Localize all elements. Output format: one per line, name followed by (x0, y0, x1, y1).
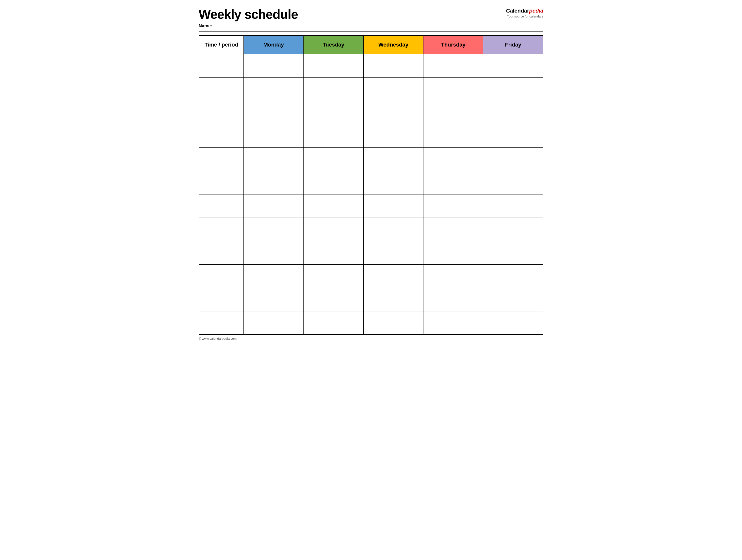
schedule-cell[interactable] (304, 241, 363, 264)
schedule-cell[interactable] (363, 124, 423, 148)
schedule-cell[interactable] (363, 101, 423, 124)
table-row (199, 311, 543, 335)
schedule-cell[interactable] (304, 218, 363, 241)
schedule-cell[interactable] (423, 54, 483, 77)
time-cell[interactable] (199, 194, 244, 218)
schedule-cell[interactable] (483, 311, 543, 335)
schedule-cell[interactable] (363, 218, 423, 241)
schedule-cell[interactable] (363, 77, 423, 101)
schedule-cell[interactable] (483, 288, 543, 311)
schedule-cell[interactable] (304, 288, 363, 311)
schedule-cell[interactable] (423, 148, 483, 171)
col-header-thursday: Thursday (423, 36, 483, 54)
schedule-cell[interactable] (423, 77, 483, 101)
table-row (199, 218, 543, 241)
page-title: Weekly schedule (199, 7, 298, 21)
schedule-cell[interactable] (363, 241, 423, 264)
col-header-monday: Monday (244, 36, 304, 54)
schedule-cell[interactable] (304, 311, 363, 335)
table-row (199, 77, 543, 101)
schedule-cell[interactable] (244, 124, 304, 148)
schedule-cell[interactable] (244, 101, 304, 124)
page-container: Weekly schedule Name: Calendarpedia Your… (199, 7, 543, 340)
schedule-cell[interactable] (244, 77, 304, 101)
logo-italic: pedia (529, 8, 543, 14)
schedule-cell[interactable] (423, 264, 483, 288)
schedule-cell[interactable] (244, 218, 304, 241)
header-row: Time / period Monday Tuesday Wednesday T… (199, 36, 543, 54)
table-row (199, 264, 543, 288)
schedule-cell[interactable] (483, 218, 543, 241)
schedule-cell[interactable] (304, 54, 363, 77)
col-header-friday: Friday (483, 36, 543, 54)
time-cell[interactable] (199, 101, 244, 124)
table-row (199, 171, 543, 194)
schedule-cell[interactable] (363, 171, 423, 194)
schedule-cell[interactable] (483, 241, 543, 264)
schedule-cell[interactable] (304, 101, 363, 124)
schedule-cell[interactable] (363, 311, 423, 335)
time-cell[interactable] (199, 148, 244, 171)
schedule-cell[interactable] (244, 264, 304, 288)
schedule-cell[interactable] (483, 264, 543, 288)
schedule-cell[interactable] (244, 241, 304, 264)
schedule-cell[interactable] (363, 54, 423, 77)
schedule-cell[interactable] (423, 194, 483, 218)
name-label: Name: (199, 23, 298, 29)
schedule-cell[interactable] (423, 311, 483, 335)
schedule-cell[interactable] (483, 124, 543, 148)
header-divider (199, 31, 543, 32)
schedule-cell[interactable] (244, 288, 304, 311)
schedule-cell[interactable] (483, 77, 543, 101)
logo-tagline: Your source for calendars (506, 14, 543, 19)
schedule-cell[interactable] (423, 171, 483, 194)
schedule-cell[interactable] (304, 148, 363, 171)
table-row (199, 54, 543, 77)
table-row (199, 148, 543, 171)
schedule-cell[interactable] (363, 194, 423, 218)
schedule-cell[interactable] (304, 194, 363, 218)
schedule-cell[interactable] (483, 194, 543, 218)
schedule-cell[interactable] (363, 264, 423, 288)
time-cell[interactable] (199, 288, 244, 311)
schedule-cell[interactable] (304, 264, 363, 288)
schedule-cell[interactable] (304, 124, 363, 148)
header-section: Weekly schedule Name: Calendarpedia Your… (199, 7, 543, 29)
time-cell[interactable] (199, 171, 244, 194)
time-cell[interactable] (199, 54, 244, 77)
time-cell[interactable] (199, 241, 244, 264)
schedule-cell[interactable] (244, 194, 304, 218)
time-cell[interactable] (199, 77, 244, 101)
schedule-cell[interactable] (244, 311, 304, 335)
footer-text: © www.calendarpedia.com (199, 337, 543, 340)
time-cell[interactable] (199, 124, 244, 148)
schedule-cell[interactable] (483, 101, 543, 124)
schedule-cell[interactable] (423, 241, 483, 264)
table-row (199, 124, 543, 148)
schedule-cell[interactable] (244, 54, 304, 77)
schedule-cell[interactable] (483, 54, 543, 77)
schedule-cell[interactable] (483, 171, 543, 194)
table-row (199, 288, 543, 311)
title-area: Weekly schedule Name: (199, 7, 298, 29)
schedule-cell[interactable] (423, 218, 483, 241)
table-row (199, 101, 543, 124)
col-header-time: Time / period (199, 36, 244, 54)
schedule-cell[interactable] (304, 77, 363, 101)
col-header-wednesday: Wednesday (363, 36, 423, 54)
time-cell[interactable] (199, 311, 244, 335)
schedule-cell[interactable] (423, 124, 483, 148)
schedule-cell[interactable] (363, 148, 423, 171)
logo-text: Calendarpedia (506, 7, 543, 14)
table-row (199, 194, 543, 218)
schedule-cell[interactable] (244, 148, 304, 171)
schedule-cell[interactable] (304, 171, 363, 194)
col-header-tuesday: Tuesday (304, 36, 363, 54)
time-cell[interactable] (199, 264, 244, 288)
schedule-cell[interactable] (363, 288, 423, 311)
schedule-cell[interactable] (423, 101, 483, 124)
time-cell[interactable] (199, 218, 244, 241)
schedule-cell[interactable] (483, 148, 543, 171)
schedule-cell[interactable] (244, 171, 304, 194)
schedule-cell[interactable] (423, 288, 483, 311)
